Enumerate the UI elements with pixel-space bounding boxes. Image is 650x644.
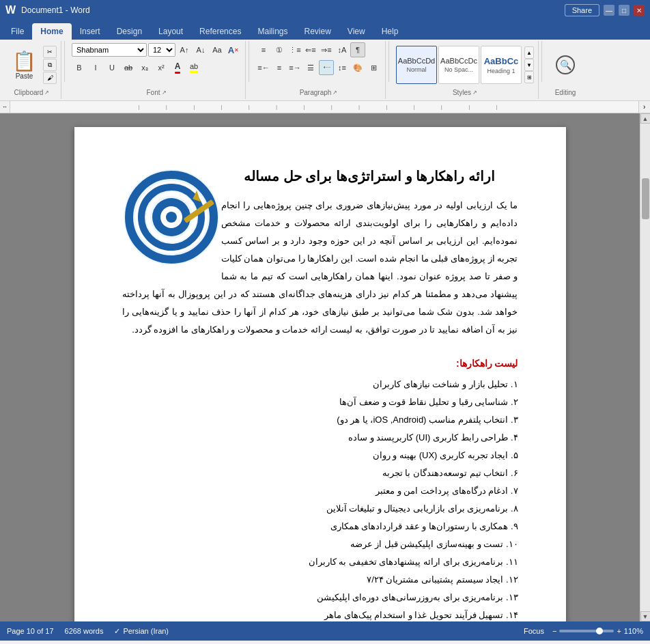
- tab-view[interactable]: View: [339, 23, 373, 40]
- font-row-2: B I U ab x₂ x² A ab: [72, 60, 201, 75]
- share-button[interactable]: Share: [565, 4, 599, 16]
- show-marks-button[interactable]: ¶: [350, 42, 365, 57]
- font-color-button[interactable]: A: [170, 60, 185, 75]
- align-right-button[interactable]: ≡→: [287, 60, 302, 75]
- clipboard-label: Clipboard ↗: [14, 87, 50, 98]
- borders-button[interactable]: ⊞: [366, 60, 381, 75]
- word-count: 6268 words: [65, 627, 104, 635]
- tab-insert[interactable]: Insert: [72, 23, 109, 40]
- styles-box: AaBbCcDd Normal AaBbCcDc No Spac... AaBb…: [396, 46, 534, 84]
- superscript-button[interactable]: x²: [154, 60, 169, 75]
- styles-scroll-up[interactable]: ▲: [524, 46, 534, 59]
- title-bar: W Document1 - Word Share — □ ✕: [0, 0, 650, 20]
- numbering-button[interactable]: ①: [272, 42, 287, 57]
- decrease-indent-button[interactable]: ⇐≡: [303, 42, 318, 57]
- highlight-button[interactable]: ab: [186, 60, 201, 75]
- font-name-select[interactable]: Shabnam: [72, 43, 147, 57]
- copy-button[interactable]: ⧉: [43, 59, 57, 71]
- style-no-spacing[interactable]: AaBbCcDc No Spac...: [438, 46, 479, 84]
- list-item: ۱۰. تست و بهینه‌سازی اپلیکیشن قبل از عرض…: [122, 535, 518, 553]
- style-nospacing-label: No Spac...: [444, 66, 473, 73]
- clipboard-expand-icon[interactable]: ↗: [44, 89, 49, 96]
- tab-design[interactable]: Design: [109, 23, 150, 40]
- styles-expand[interactable]: ⊞: [524, 71, 534, 83]
- maximize-button[interactable]: □: [619, 5, 630, 16]
- tab-references[interactable]: References: [191, 23, 249, 40]
- font-size-select[interactable]: 12: [148, 43, 175, 57]
- tab-review[interactable]: Review: [296, 23, 339, 40]
- solutions-list: ۱. تحلیل بازار و شناخت نیازهای کاربران ۲…: [122, 376, 518, 621]
- tab-help[interactable]: Help: [373, 23, 407, 40]
- align-left-button[interactable]: ≡←: [256, 60, 271, 75]
- language-indicator: ✓ Persian (Iran): [114, 627, 169, 636]
- line-spacing-button[interactable]: ↕≡: [335, 60, 350, 75]
- list-item: ۹. همکاری با رستوران‌ها و عقد قراردادهای…: [122, 518, 518, 535]
- increase-indent-button[interactable]: ⇒≡: [319, 42, 334, 57]
- style-normal-label: Normal: [406, 66, 426, 73]
- align-center-button[interactable]: ≡: [272, 60, 287, 75]
- highlight-icon: ab: [190, 62, 198, 73]
- zoom-slider[interactable]: [559, 630, 614, 632]
- zoom-in-button[interactable]: +: [617, 627, 621, 635]
- zoom-controls: − + 110%: [552, 627, 643, 635]
- change-case-button[interactable]: Aa: [210, 42, 225, 57]
- focus-label[interactable]: Focus: [524, 627, 544, 635]
- styles-expand-icon[interactable]: ↗: [472, 89, 477, 96]
- ribbon: 📋 Paste ✂ ⧉ 🖌 Clipboard ↗ Shabnam: [0, 40, 650, 101]
- target-image: [122, 168, 221, 267]
- shading-button[interactable]: 🎨: [350, 60, 365, 75]
- underline-button[interactable]: U: [104, 60, 119, 75]
- title-bar-right: Share — □ ✕: [565, 4, 645, 16]
- scroll-down-arrow[interactable]: ▼: [640, 611, 651, 621]
- list-item: ۱. تحلیل بازار و شناخت نیازهای کاربران: [122, 376, 518, 393]
- decrease-font-button[interactable]: A↓: [193, 42, 208, 57]
- increase-font-button[interactable]: A↑: [177, 42, 192, 57]
- title-bar-left: W Document1 - Word: [5, 4, 90, 16]
- close-button[interactable]: ✕: [634, 5, 645, 16]
- zoom-thumb[interactable]: [596, 628, 603, 634]
- scroll-track[interactable]: [640, 124, 650, 611]
- scroll-up-arrow[interactable]: ▲: [640, 113, 651, 124]
- tab-mailings[interactable]: Mailings: [249, 23, 296, 40]
- format-painter-button[interactable]: 🖌: [43, 72, 57, 84]
- bullets-button[interactable]: ≡: [256, 42, 271, 57]
- scroll-thumb[interactable]: [642, 178, 649, 219]
- bold-button[interactable]: B: [72, 60, 87, 75]
- highlight-bar: [190, 71, 198, 73]
- styles-scroll-down[interactable]: ▼: [524, 59, 534, 71]
- search-button[interactable]: 🔍: [552, 46, 579, 84]
- paste-section: 📋 Paste ✂ ⧉ 🖌: [7, 46, 57, 84]
- clear-format-button[interactable]: A ✕: [226, 42, 241, 57]
- ribbon-divider-4: [541, 41, 542, 82]
- para-row-2: ≡← ≡ ≡→ ☰ ⬸ ↕≡ 🎨 ⊞: [256, 60, 381, 75]
- style-normal-preview: AaBbCcDd: [398, 57, 435, 65]
- tab-layout[interactable]: Layout: [150, 23, 191, 40]
- strikethrough-button[interactable]: ab: [121, 60, 136, 75]
- svg-point-7: [166, 212, 177, 223]
- justify-button[interactable]: ☰: [303, 60, 318, 75]
- zoom-out-button[interactable]: −: [552, 627, 556, 635]
- paragraph-content: ≡ ① ⋮≡ ⇐≡ ⇒≡ ↕A ¶ ≡← ≡ ≡→ ☰ ⬸ ↕≡ 🎨 ⊞: [256, 42, 381, 87]
- style-normal[interactable]: AaBbCcDd Normal: [396, 46, 437, 84]
- sort-button[interactable]: ↕A: [335, 42, 350, 57]
- ribbon-divider-3: [388, 41, 389, 82]
- font-color-bar: [175, 72, 181, 74]
- tab-home[interactable]: Home: [32, 23, 71, 40]
- ruler-right-button[interactable]: ›: [638, 101, 650, 113]
- list-item: ۳. انتخاب پلتفرم مناسب (iOS ,Android، یا…: [122, 411, 518, 429]
- paste-button[interactable]: 📋 Paste: [7, 48, 42, 81]
- font-expand-icon[interactable]: ↗: [162, 89, 167, 96]
- cut-button[interactable]: ✂: [43, 46, 57, 58]
- rtl-button[interactable]: ⬸: [319, 60, 334, 75]
- minimize-button[interactable]: —: [604, 5, 614, 16]
- multilevel-button[interactable]: ⋮≡: [287, 42, 302, 57]
- styles-group: AaBbCcDd Normal AaBbCcDc No Spac... AaBb…: [392, 41, 539, 99]
- italic-button[interactable]: I: [88, 60, 103, 75]
- tab-file[interactable]: File: [3, 23, 32, 40]
- clear-format-eraser: ✕: [234, 47, 239, 53]
- paragraph-expand-icon[interactable]: ↗: [333, 89, 337, 96]
- style-heading1[interactable]: AaBbCc Heading 1: [481, 46, 522, 84]
- font-color-icon: A: [175, 61, 181, 74]
- subscript-button[interactable]: x₂: [137, 60, 152, 75]
- editing-group: 🔍 Editing: [545, 41, 586, 99]
